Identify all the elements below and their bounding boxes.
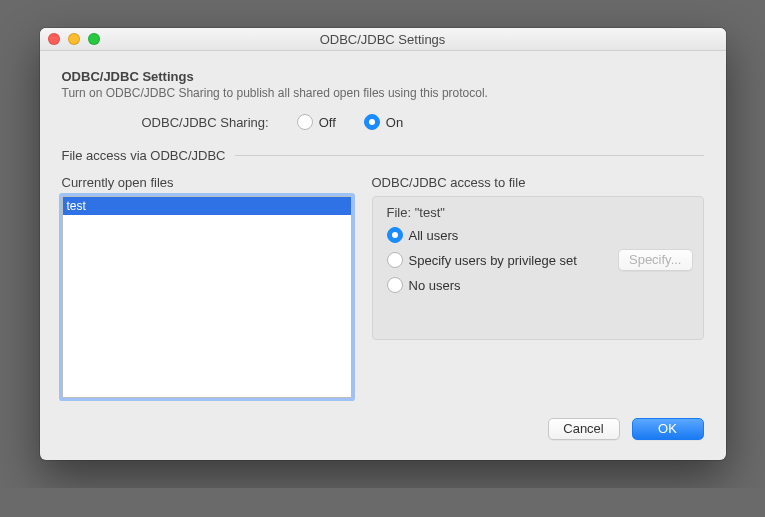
sharing-off-label: Off: [319, 115, 336, 130]
dialog-footer: Cancel OK: [62, 418, 704, 440]
access-box: File: "test" All users Specify users by …: [372, 196, 704, 340]
sharing-row: ODBC/JDBC Sharing: Off On: [142, 114, 704, 130]
access-group-title: ODBC/JDBC access to file: [372, 175, 704, 190]
access-no-users-label: No users: [409, 278, 461, 293]
access-radio-no-users[interactable]: No users: [387, 277, 461, 293]
files-label: Currently open files: [62, 175, 352, 190]
section-title: ODBC/JDBC Settings: [62, 69, 704, 84]
access-specify-label: Specify users by privilege set: [409, 253, 577, 268]
specify-button: Specify...: [618, 249, 693, 271]
access-file-prefix: File:: [387, 205, 415, 220]
access-all-users-label: All users: [409, 228, 459, 243]
divider: [235, 155, 703, 156]
close-icon[interactable]: [48, 33, 60, 45]
minimize-icon[interactable]: [68, 33, 80, 45]
access-file-line: File: "test": [387, 205, 693, 220]
radio-icon: [364, 114, 380, 130]
radio-icon: [387, 252, 403, 268]
cancel-button[interactable]: Cancel: [548, 418, 620, 440]
window-controls: [48, 33, 100, 45]
titlebar: ODBC/JDBC Settings: [40, 28, 726, 51]
access-radio-specify[interactable]: Specify users by privilege set: [387, 252, 577, 268]
file-access-title: File access via ODBC/JDBC: [62, 148, 226, 163]
radio-icon: [297, 114, 313, 130]
zoom-icon[interactable]: [88, 33, 100, 45]
file-access-header: File access via ODBC/JDBC: [62, 148, 704, 163]
access-file-name: test: [419, 205, 440, 220]
list-item[interactable]: test: [63, 197, 351, 215]
radio-icon: [387, 277, 403, 293]
radio-icon: [387, 227, 403, 243]
sharing-on-label: On: [386, 115, 403, 130]
section-subtitle: Turn on ODBC/JDBC Sharing to publish all…: [62, 86, 704, 100]
file-list[interactable]: test: [62, 196, 352, 398]
ok-button[interactable]: OK: [632, 418, 704, 440]
window-body: ODBC/JDBC Settings Turn on ODBC/JDBC Sha…: [40, 51, 726, 460]
sharing-label: ODBC/JDBC Sharing:: [142, 115, 269, 130]
access-radio-all-users[interactable]: All users: [387, 227, 459, 243]
settings-window: ODBC/JDBC Settings ODBC/JDBC Settings Tu…: [40, 28, 726, 460]
sharing-radio-on[interactable]: On: [364, 114, 403, 130]
window-title: ODBC/JDBC Settings: [40, 32, 726, 47]
sharing-radio-off[interactable]: Off: [297, 114, 336, 130]
